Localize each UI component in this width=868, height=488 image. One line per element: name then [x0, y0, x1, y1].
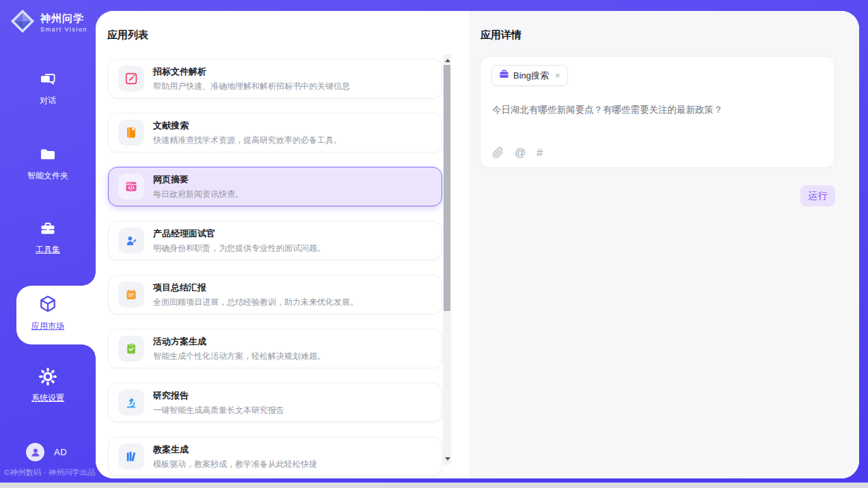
app-title: 招标文件解析 — [153, 66, 350, 78]
app-title: 活动方案生成 — [153, 336, 325, 348]
app-card-bid-analysis[interactable]: 招标文件解析 帮助用户快速、准确地理解和解析招标书中的关键信息 — [108, 59, 442, 98]
sidebar-item-label: 工具集 — [36, 244, 60, 256]
prompt-card: Bing搜索 × 今日湖北有哪些新闻要点？有哪些需要关注的最新政策？ @ # — [480, 56, 835, 168]
sidebar-item-settings[interactable]: 系统设置 — [0, 366, 96, 405]
app-card-event-plan[interactable]: 活动方案生成 智能生成个性化活动方案，轻松解决规划难题。 — [108, 329, 442, 368]
sidebar-item-label: 系统设置 — [31, 392, 64, 404]
sidebar-item-label: 应用市场 — [31, 321, 64, 332]
app-description: 快速精准查找学术资源，提高研究效率的必备工具。 — [153, 135, 342, 146]
books-icon — [118, 444, 144, 470]
person-icon — [30, 447, 41, 458]
app-list-scrollbar[interactable] — [443, 55, 451, 465]
sidebar-item-smart-folder[interactable]: 智能文件夹 — [0, 144, 96, 183]
scroll-down-arrow-icon[interactable] — [445, 457, 450, 461]
gear-icon — [38, 367, 57, 389]
web-code-icon — [118, 174, 144, 200]
app-title: 文献搜索 — [153, 120, 342, 132]
sidebar-item-label: 智能文件夹 — [27, 170, 68, 182]
run-button[interactable]: 运行 — [800, 185, 835, 206]
sidebar-item-label: 对话 — [40, 95, 56, 107]
app-list: 招标文件解析 帮助用户快速、准确地理解和解析招标书中的关键信息 文献搜索 — [108, 59, 442, 476]
app-detail-panel: 应用详情 Bing搜索 × 今日湖北有哪些新闻要点？有哪些需要关注的最新政策？ — [469, 11, 859, 478]
active-nav-fillet-bottom — [82, 344, 96, 358]
close-icon[interactable]: × — [555, 70, 560, 81]
chat-icon — [38, 70, 57, 92]
interviewer-icon — [118, 228, 144, 254]
app-description: 每日政府新闻资讯快查。 — [153, 189, 243, 200]
user-account[interactable]: AD — [26, 443, 67, 461]
user-name: AD — [54, 447, 67, 457]
app-title: 教案生成 — [153, 444, 317, 456]
app-title: 产品经理面试官 — [153, 228, 325, 240]
app-title: 项目总结汇报 — [153, 282, 358, 294]
folder-icon — [38, 145, 57, 167]
app-title: 网页摘要 — [153, 174, 243, 186]
main-panel: 应用列表 招标文件解析 帮助用户快速、准确地理解和解析招标书中的关键信息 — [96, 11, 859, 478]
app-card-lesson-plan[interactable]: 教案生成 模板驱动，教案秒成，教学准备从此轻松快捷 — [108, 437, 442, 476]
app-description: 智能生成个性化活动方案，轻松解决规划难题。 — [153, 351, 325, 362]
app-description: 模板驱动，教案秒成，教学准备从此轻松快捷 — [153, 459, 317, 470]
prompt-text[interactable]: 今日湖北有哪些新闻要点？有哪些需要关注的最新政策？ — [492, 103, 824, 117]
paperclip-icon[interactable] — [492, 147, 504, 159]
pen-edit-icon — [118, 66, 144, 92]
sidebar-item-chat[interactable]: 对话 — [0, 68, 96, 108]
brand-name: 神州问学 — [40, 12, 87, 25]
app-card-literature-search[interactable]: 文献搜索 快速精准查找学术资源，提高研究效率的必备工具。 — [108, 113, 442, 152]
sidebar-item-app-market[interactable]: 应用市场 — [0, 293, 96, 333]
app-description: 全面回顾项目进展，总结经验教训，助力未来优化发展。 — [153, 297, 358, 308]
tool-tag-label: Bing搜索 — [513, 70, 549, 82]
app-card-web-summary[interactable]: 网页摘要 每日政府新闻资讯快查。 — [108, 167, 442, 206]
cube-icon — [38, 294, 58, 317]
app-card-pm-interviewer[interactable]: 产品经理面试官 明确身份和职责，为您提供专业性的面试问题。 — [108, 221, 442, 260]
sidebar-footer-text: ©神州数码 · 神州问学出品 — [4, 467, 96, 478]
scrollbar-thumb[interactable] — [444, 65, 450, 311]
app-title: 研究报告 — [153, 390, 284, 402]
app-description: 一键智能生成高质量长文本研究报告 — [153, 405, 284, 416]
active-nav-fillet-top — [82, 272, 96, 286]
app-window: 神州问学 Smart Vision 对话 智能文件夹 — [0, 0, 868, 488]
calendar-icon — [118, 282, 144, 308]
app-card-research-report[interactable]: 研究报告 一键智能生成高质量长文本研究报告 — [108, 383, 442, 422]
briefcase-icon — [499, 69, 509, 82]
app-detail-title: 应用详情 — [480, 29, 521, 42]
sidebar: 神州问学 Smart Vision 对话 智能文件夹 — [0, 0, 96, 483]
brand-logo: 神州问学 Smart Vision — [10, 8, 87, 37]
app-description: 明确身份和职责，为您提供专业性的面试问题。 — [153, 243, 325, 254]
mention-icon[interactable]: @ — [515, 148, 526, 159]
diamond-logo-icon — [10, 8, 36, 37]
tool-tag-bing-search[interactable]: Bing搜索 × — [491, 65, 568, 86]
clipboard-check-icon — [118, 336, 144, 362]
book-icon — [118, 120, 144, 146]
sidebar-item-toolset[interactable]: 工具集 — [0, 217, 96, 257]
microscope-icon — [118, 390, 144, 416]
app-card-project-summary[interactable]: 项目总结汇报 全面回顾项目进展，总结经验教训，助力未来优化发展。 — [108, 275, 442, 314]
app-list-title: 应用列表 — [107, 29, 148, 42]
avatar — [26, 443, 44, 461]
brand-subtitle: Smart Vision — [40, 26, 87, 33]
hash-icon[interactable]: # — [537, 148, 543, 159]
toolbox-icon — [38, 219, 57, 241]
scroll-up-arrow-icon[interactable] — [445, 59, 450, 62]
app-list-panel: 应用列表 招标文件解析 帮助用户快速、准确地理解和解析招标书中的关键信息 — [96, 11, 469, 478]
composer-toolbar: @ # — [492, 147, 543, 159]
app-description: 帮助用户快速、准确地理解和解析招标书中的关键信息 — [153, 81, 350, 92]
